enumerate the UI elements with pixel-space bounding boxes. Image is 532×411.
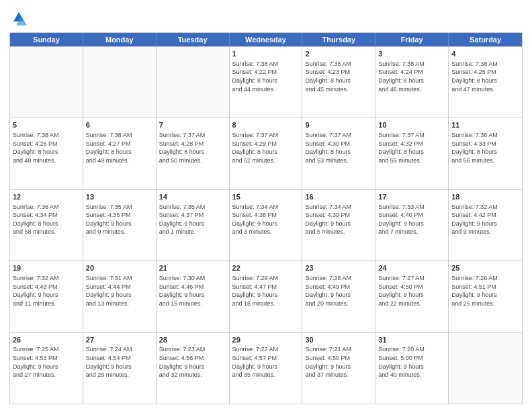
page-container: SundayMondayTuesdayWednesdayThursdayFrid… [0, 0, 532, 411]
day-number: 19 [13, 263, 80, 273]
cal-header-day: Monday [83, 33, 157, 46]
day-number: 18 [451, 192, 519, 202]
cell-content: Sunrise: 7:28 AM Sunset: 4:49 PM Dayligh… [305, 274, 372, 308]
day-number: 7 [159, 120, 226, 130]
cell-content: Sunrise: 7:33 AM Sunset: 4:40 PM Dayligh… [378, 203, 445, 236]
cal-cell: 10Sunrise: 7:37 AM Sunset: 4:32 PM Dayli… [375, 118, 449, 189]
day-number: 16 [305, 192, 372, 202]
cell-content: Sunrise: 7:38 AM Sunset: 4:26 PM Dayligh… [13, 131, 80, 165]
cal-cell: 26Sunrise: 7:25 AM Sunset: 4:53 PM Dayli… [10, 333, 83, 404]
cal-row: 1Sunrise: 7:38 AM Sunset: 4:22 PM Daylig… [10, 46, 522, 118]
cal-header-day: Friday [375, 33, 449, 46]
cal-cell: 12Sunrise: 7:36 AM Sunset: 4:34 PM Dayli… [10, 190, 83, 261]
day-number: 12 [13, 192, 80, 202]
cal-cell: 23Sunrise: 7:28 AM Sunset: 4:49 PM Dayli… [302, 261, 375, 332]
cell-content: Sunrise: 7:24 AM Sunset: 4:54 PM Dayligh… [86, 345, 153, 379]
cal-cell [157, 47, 230, 118]
cal-cell: 8Sunrise: 7:37 AM Sunset: 4:29 PM Daylig… [230, 118, 303, 189]
day-number: 26 [13, 335, 80, 345]
cell-content: Sunrise: 7:36 AM Sunset: 4:34 PM Dayligh… [13, 203, 80, 236]
day-number: 21 [159, 263, 226, 273]
cal-cell: 31Sunrise: 7:20 AM Sunset: 5:00 PM Dayli… [375, 333, 449, 404]
cell-content: Sunrise: 7:38 AM Sunset: 4:27 PM Dayligh… [86, 131, 153, 165]
cal-cell: 15Sunrise: 7:34 AM Sunset: 4:38 PM Dayli… [230, 190, 303, 261]
cal-row: 5Sunrise: 7:38 AM Sunset: 4:26 PM Daylig… [10, 118, 522, 189]
cal-cell: 6Sunrise: 7:38 AM Sunset: 4:27 PM Daylig… [83, 118, 157, 189]
cal-cell: 16Sunrise: 7:34 AM Sunset: 4:39 PM Dayli… [302, 190, 375, 261]
cal-cell: 24Sunrise: 7:27 AM Sunset: 4:50 PM Dayli… [375, 261, 449, 332]
cal-cell [83, 47, 157, 118]
calendar: SundayMondayTuesdayWednesdayThursdayFrid… [9, 32, 523, 404]
cal-cell: 9Sunrise: 7:37 AM Sunset: 4:30 PM Daylig… [302, 118, 375, 189]
cal-cell: 22Sunrise: 7:29 AM Sunset: 4:47 PM Dayli… [230, 261, 303, 332]
day-number: 11 [451, 120, 519, 130]
cell-content: Sunrise: 7:31 AM Sunset: 4:44 PM Dayligh… [86, 274, 153, 308]
header [9, 7, 523, 28]
cell-content: Sunrise: 7:30 AM Sunset: 4:46 PM Dayligh… [159, 274, 226, 308]
cal-header-day: Saturday [449, 33, 522, 46]
day-number: 9 [305, 120, 372, 130]
cal-cell: 20Sunrise: 7:31 AM Sunset: 4:44 PM Dayli… [83, 261, 157, 332]
cal-row: 12Sunrise: 7:36 AM Sunset: 4:34 PM Dayli… [10, 189, 522, 261]
day-number: 23 [305, 263, 372, 273]
day-number: 4 [451, 49, 519, 59]
cell-content: Sunrise: 7:34 AM Sunset: 4:39 PM Dayligh… [305, 203, 372, 236]
cell-content: Sunrise: 7:37 AM Sunset: 4:32 PM Dayligh… [378, 131, 445, 165]
day-number: 30 [305, 335, 372, 345]
cell-content: Sunrise: 7:38 AM Sunset: 4:24 PM Dayligh… [378, 60, 445, 93]
cell-content: Sunrise: 7:20 AM Sunset: 5:00 PM Dayligh… [378, 345, 445, 379]
cell-content: Sunrise: 7:35 AM Sunset: 4:35 PM Dayligh… [86, 203, 153, 236]
day-number: 25 [451, 263, 519, 273]
cal-cell: 3Sunrise: 7:38 AM Sunset: 4:24 PM Daylig… [375, 47, 449, 118]
day-number: 31 [378, 335, 445, 345]
day-number: 1 [232, 49, 300, 59]
cal-cell [10, 47, 83, 118]
day-number: 6 [86, 120, 153, 130]
day-number: 24 [378, 263, 445, 273]
day-number: 3 [378, 49, 445, 59]
cal-cell: 2Sunrise: 7:38 AM Sunset: 4:23 PM Daylig… [302, 47, 375, 118]
cal-cell: 4Sunrise: 7:38 AM Sunset: 4:25 PM Daylig… [449, 47, 522, 118]
cal-cell: 25Sunrise: 7:26 AM Sunset: 4:51 PM Dayli… [449, 261, 522, 332]
cal-cell: 13Sunrise: 7:35 AM Sunset: 4:35 PM Dayli… [83, 190, 157, 261]
cal-cell: 29Sunrise: 7:22 AM Sunset: 4:57 PM Dayli… [230, 333, 303, 404]
cal-row: 19Sunrise: 7:32 AM Sunset: 4:43 PM Dayli… [10, 261, 522, 332]
day-number: 17 [378, 192, 445, 202]
cal-cell: 5Sunrise: 7:38 AM Sunset: 4:26 PM Daylig… [10, 118, 83, 189]
logo-icon [9, 9, 28, 28]
cal-cell: 1Sunrise: 7:38 AM Sunset: 4:22 PM Daylig… [230, 47, 303, 118]
day-number: 15 [232, 192, 300, 202]
cell-content: Sunrise: 7:23 AM Sunset: 4:56 PM Dayligh… [159, 345, 226, 379]
day-number: 27 [86, 335, 153, 345]
cell-content: Sunrise: 7:34 AM Sunset: 4:38 PM Dayligh… [232, 203, 300, 236]
cell-content: Sunrise: 7:36 AM Sunset: 4:33 PM Dayligh… [451, 131, 519, 165]
day-number: 10 [378, 120, 445, 130]
cell-content: Sunrise: 7:27 AM Sunset: 4:50 PM Dayligh… [378, 274, 445, 308]
day-number: 20 [86, 263, 153, 273]
cell-content: Sunrise: 7:38 AM Sunset: 4:25 PM Dayligh… [451, 60, 519, 93]
cell-content: Sunrise: 7:37 AM Sunset: 4:30 PM Dayligh… [305, 131, 372, 165]
day-number: 22 [232, 263, 300, 273]
cal-cell: 17Sunrise: 7:33 AM Sunset: 4:40 PM Dayli… [375, 190, 449, 261]
cal-cell: 28Sunrise: 7:23 AM Sunset: 4:56 PM Dayli… [157, 333, 230, 404]
day-number: 14 [159, 192, 226, 202]
cell-content: Sunrise: 7:32 AM Sunset: 4:42 PM Dayligh… [451, 203, 519, 236]
day-number: 8 [232, 120, 300, 130]
cal-row: 26Sunrise: 7:25 AM Sunset: 4:53 PM Dayli… [10, 332, 522, 404]
cell-content: Sunrise: 7:38 AM Sunset: 4:23 PM Dayligh… [305, 60, 372, 93]
cell-content: Sunrise: 7:22 AM Sunset: 4:57 PM Dayligh… [232, 345, 300, 379]
cal-header-day: Wednesday [230, 33, 303, 46]
cell-content: Sunrise: 7:26 AM Sunset: 4:51 PM Dayligh… [451, 274, 519, 308]
cal-cell: 11Sunrise: 7:36 AM Sunset: 4:33 PM Dayli… [449, 118, 522, 189]
cell-content: Sunrise: 7:21 AM Sunset: 4:59 PM Dayligh… [305, 345, 372, 379]
cal-cell: 19Sunrise: 7:32 AM Sunset: 4:43 PM Dayli… [10, 261, 83, 332]
cal-cell: 14Sunrise: 7:35 AM Sunset: 4:37 PM Dayli… [157, 190, 230, 261]
cal-cell: 18Sunrise: 7:32 AM Sunset: 4:42 PM Dayli… [449, 190, 522, 261]
cal-header-day: Thursday [302, 33, 375, 46]
day-number: 5 [13, 120, 80, 130]
cal-cell: 21Sunrise: 7:30 AM Sunset: 4:46 PM Dayli… [157, 261, 230, 332]
cell-content: Sunrise: 7:35 AM Sunset: 4:37 PM Dayligh… [159, 203, 226, 236]
cal-cell: 30Sunrise: 7:21 AM Sunset: 4:59 PM Dayli… [302, 333, 375, 404]
calendar-body: 1Sunrise: 7:38 AM Sunset: 4:22 PM Daylig… [10, 46, 522, 404]
cal-cell: 27Sunrise: 7:24 AM Sunset: 4:54 PM Dayli… [83, 333, 157, 404]
